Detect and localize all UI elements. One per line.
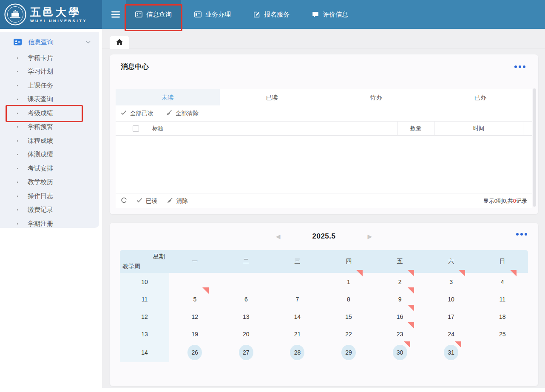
message-tab-3[interactable]: 已办 [428, 89, 532, 105]
hamburger-menu-icon[interactable] [111, 11, 120, 19]
event-marker-icon [408, 270, 414, 276]
nav-item-label: 信息查询 [146, 11, 172, 19]
sidebar-item-list: 学籍卡片学习计划上课任务课表查询考级成绩学籍预警课程成绩体测成绩考试安排教学校历… [0, 51, 99, 231]
calendar-day[interactable]: 3 [426, 273, 477, 290]
calendar-day[interactable]: 31 [426, 343, 477, 362]
bullet-icon [17, 140, 18, 142]
calendar-day[interactable]: 6 [221, 290, 272, 308]
sidebar-item[interactable]: 学籍预警 [0, 120, 99, 134]
mark-read-button[interactable]: 已读 [136, 197, 157, 205]
sidebar-item[interactable]: 课程成绩 [0, 134, 99, 148]
day-header: 五 [374, 250, 426, 273]
refresh-icon[interactable] [121, 197, 127, 205]
record-summary: 显示0到0,共0记录 [483, 197, 527, 205]
week-number: 11 [120, 290, 169, 308]
university-brand[interactable]: 五邑大學 WUYI UNIVERSITY [0, 0, 102, 29]
message-tab-0[interactable]: 未读 [116, 89, 220, 105]
nav-item-3[interactable]: 评价信息 [303, 0, 358, 29]
sidebar-group-info-query[interactable]: 信息查询 [0, 36, 99, 48]
sidebar-item-label: 教学校历 [28, 178, 53, 186]
calendar-day[interactable]: 23 [374, 325, 426, 343]
home-tab[interactable] [110, 36, 129, 49]
sidebar-group-label: 信息查询 [28, 38, 54, 46]
nav-item-0[interactable]: 信息查询 [126, 0, 181, 29]
calendar-day[interactable]: 5 [169, 290, 221, 308]
more-options-icon[interactable] [514, 231, 529, 237]
calendar-day[interactable]: 16 [374, 308, 426, 325]
bullet-icon [17, 209, 18, 210]
bullet-icon [17, 223, 18, 224]
clear-all-button[interactable]: 全部清除 [166, 110, 199, 117]
home-icon [116, 39, 123, 47]
calendar-day[interactable]: 11 [477, 290, 528, 308]
prev-month-icon[interactable]: ◀ [276, 233, 281, 239]
calendar-day[interactable]: 22 [323, 325, 375, 343]
sidebar-item[interactable]: 缴费记录 [0, 203, 99, 217]
calendar-empty-cell [221, 273, 272, 290]
sidebar-item[interactable]: 学期注册 [0, 217, 99, 231]
nav-item-2[interactable]: 报名服务 [244, 0, 299, 29]
calendar-day[interactable]: 2 [374, 273, 426, 290]
clear-button[interactable]: 清除 [167, 197, 188, 205]
calendar-day[interactable]: 9 [374, 290, 426, 308]
sidebar-item-label: 学期注册 [28, 220, 53, 228]
calendar-day[interactable]: 17 [426, 308, 477, 325]
calendar-day[interactable]: 13 [221, 308, 272, 325]
message-tab-1[interactable]: 已读 [220, 89, 324, 105]
calendar-day[interactable]: 24 [426, 325, 477, 343]
calendar-day[interactable]: 20 [221, 325, 272, 343]
calendar-day[interactable]: 25 [477, 325, 528, 343]
nav-item-1[interactable]: 业务办理 [185, 0, 240, 29]
message-toolbar: 全部已读 全部清除 [116, 105, 532, 122]
bullet-icon [17, 182, 18, 183]
bullet-icon [17, 71, 18, 72]
calendar-day[interactable]: 14 [272, 308, 323, 325]
mark-all-read-button[interactable]: 全部已读 [121, 110, 153, 117]
sidebar-item[interactable]: 教学校历 [0, 176, 99, 190]
sidebar-item-label: 学籍卡片 [28, 54, 53, 62]
message-tab-2[interactable]: 待办 [324, 89, 428, 105]
id-card-icon [135, 11, 142, 17]
calendar-day[interactable]: 15 [323, 308, 375, 325]
calendar-day[interactable]: 12 [169, 308, 221, 325]
calendar-day[interactable]: 29 [323, 343, 375, 362]
sidebar-item[interactable]: 体测成绩 [0, 148, 99, 162]
calendar-day[interactable]: 28 [272, 343, 323, 362]
day-header: 二 [221, 250, 272, 273]
id-badge-icon [14, 39, 22, 45]
calendar-day[interactable]: 30 [374, 343, 426, 362]
calendar-day[interactable]: 21 [272, 325, 323, 343]
calendar-body: 1012341156789101112121314151617181319202… [120, 273, 528, 362]
day-header: 一 [169, 250, 221, 273]
calendar-day[interactable]: 26 [169, 343, 221, 362]
event-marker-icon [408, 305, 414, 311]
sidebar-item[interactable]: 上课任务 [0, 79, 99, 93]
calendar-day[interactable]: 1 [323, 273, 375, 290]
main-content: 消息中心 未读已读待办已办 全部已读 [102, 29, 545, 388]
calendar-day[interactable]: 19 [169, 325, 221, 343]
week-number: 12 [120, 308, 169, 325]
scrollbar[interactable] [533, 88, 536, 207]
calendar-day[interactable]: 8 [323, 290, 375, 308]
event-marker-icon [356, 270, 363, 276]
sidebar-item[interactable]: 学籍卡片 [0, 51, 99, 65]
sidebar-item[interactable]: 考级成绩 [0, 106, 99, 120]
more-options-icon[interactable] [513, 64, 527, 70]
calendar-day[interactable]: 18 [477, 308, 528, 325]
top-navbar: 五邑大學 WUYI UNIVERSITY 信息查询业务办理报名服务评价信息 [0, 0, 545, 29]
calendar-day[interactable]: 27 [221, 343, 272, 362]
next-month-icon[interactable]: ▶ [368, 233, 372, 239]
calendar-day[interactable]: 7 [272, 290, 323, 308]
sidebar-item[interactable]: 学习计划 [0, 65, 99, 79]
sidebar-item[interactable]: 考试安排 [0, 162, 99, 176]
calendar-day[interactable]: 10 [426, 290, 477, 308]
event-marker-icon [408, 287, 414, 294]
bullet-icon [17, 196, 18, 197]
sidebar-item-label: 操作日志 [28, 192, 53, 200]
sidebar-item[interactable]: 课表查询 [0, 93, 99, 107]
sidebar-item[interactable]: 操作日志 [0, 189, 99, 203]
calendar-week-row: 1319202122232425 [120, 325, 528, 343]
calendar-empty-cell [272, 273, 323, 290]
select-all-checkbox[interactable] [133, 125, 139, 132]
calendar-day[interactable]: 4 [477, 273, 528, 290]
